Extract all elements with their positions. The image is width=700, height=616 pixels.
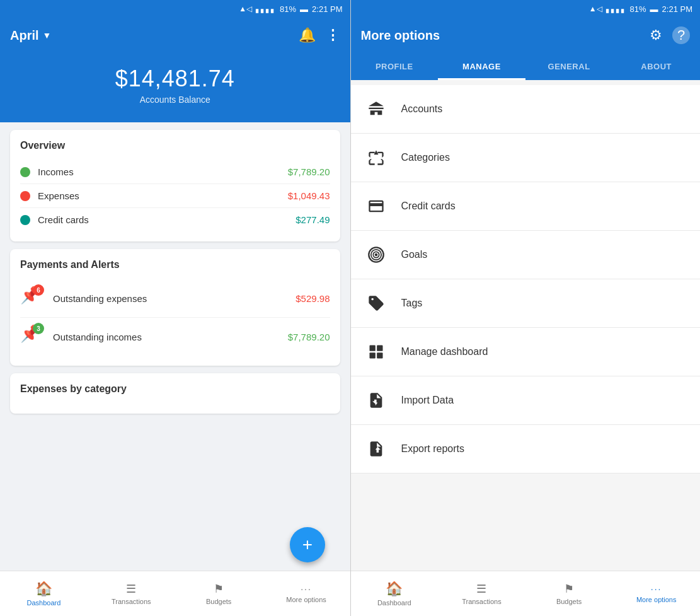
bank-icon — [364, 96, 389, 122]
menu-item-manage-dashboard[interactable]: Manage dashboard — [351, 328, 701, 376]
home-icon-right: 🏠 — [386, 581, 403, 597]
nav-budgets-label-left: Budgets — [206, 598, 231, 605]
incomes-dot — [20, 167, 30, 177]
expenses-category-title: Expenses by category — [20, 383, 330, 395]
outstanding-incomes-label: Outstanding incomes — [53, 332, 288, 342]
gear-icon[interactable]: ⚙ — [650, 27, 662, 44]
nav-dashboard-label-right: Dashboard — [377, 599, 411, 607]
overview-title: Overview — [20, 140, 330, 151]
credit-cards-label: Credit cards — [401, 200, 456, 212]
nav-budgets-right[interactable]: ⚑ Budgets — [525, 571, 613, 616]
menu-item-credit-cards[interactable]: Credit cards — [351, 182, 701, 231]
fab-icon: + — [302, 535, 313, 555]
menu-item-accounts[interactable]: Accounts — [351, 85, 701, 134]
top-bar-right: More options ⚙ ? — [351, 18, 701, 53]
wifi-icon-left: ▲◁ — [239, 4, 252, 13]
svg-point-4 — [374, 253, 377, 257]
time-left: 2:21 PM — [312, 4, 342, 14]
categories-icon — [364, 145, 389, 170]
menu-list: Accounts Categories Credit cards — [351, 80, 701, 571]
credit-dot — [20, 215, 30, 225]
status-bar-left: ▲◁ ▖▖▖▖ 81% ▬ 2:21 PM — [0, 0, 350, 18]
outstanding-incomes-value: $7,789.20 — [288, 332, 330, 342]
month-selector[interactable]: April ▼ — [10, 28, 299, 43]
signal-icon-right: ▖▖▖▖ — [606, 5, 626, 13]
credit-label: Credit cards — [38, 214, 295, 225]
battery-icon-left: ▬ — [300, 4, 308, 14]
manage-dashboard-label: Manage dashboard — [401, 346, 488, 357]
tab-general[interactable]: GENERAL — [525, 53, 613, 80]
goals-label: Goals — [401, 249, 428, 260]
left-panel: ▲◁ ▖▖▖▖ 81% ▬ 2:21 PM April ▼ 🔔 ⋮ $14,48… — [0, 0, 350, 616]
month-label: April — [10, 28, 39, 43]
menu-item-export[interactable]: Export reports — [351, 425, 701, 474]
right-panel: ▲◁ ▖▖▖▖ 81% ▬ 2:21 PM More options ⚙ ? P… — [351, 0, 701, 616]
right-top-icons: ⚙ ? — [650, 26, 690, 44]
outstanding-expenses-value: $529.98 — [295, 293, 330, 304]
nav-transactions-label-right: Transactions — [462, 598, 502, 605]
menu-item-import[interactable]: Import Data — [351, 376, 701, 425]
bell-icon[interactable]: 🔔 — [299, 27, 316, 44]
nav-dashboard-label-left: Dashboard — [27, 599, 61, 607]
categories-label: Categories — [401, 152, 450, 163]
more-icon-right: ··· — [651, 584, 662, 594]
price-tag-icon — [364, 291, 389, 316]
tab-profile[interactable]: PROFILE — [351, 53, 439, 80]
outstanding-expenses-label: Outstanding expenses — [53, 293, 295, 304]
more-vertical-icon[interactable]: ⋮ — [326, 27, 340, 44]
outstanding-incomes-row[interactable]: 📌 3 Outstanding incomes $7,789.20 — [20, 318, 330, 356]
wifi-icon-right: ▲◁ — [589, 4, 602, 13]
svg-rect-7 — [369, 352, 375, 358]
svg-rect-8 — [377, 352, 382, 358]
goals-icon — [364, 242, 389, 267]
nav-budgets-left[interactable]: ⚑ Budgets — [175, 571, 263, 616]
menu-item-goals[interactable]: Goals — [351, 231, 701, 279]
outstanding-expenses-row[interactable]: 📌 6 Outstanding expenses $529.98 — [20, 279, 330, 318]
tab-manage[interactable]: MANAGE — [438, 53, 525, 80]
expenses-label: Expenses — [38, 190, 288, 201]
nav-dashboard-right[interactable]: 🏠 Dashboard — [351, 571, 439, 616]
overview-row-expenses[interactable]: Expenses $1,049.43 — [20, 184, 330, 208]
nav-transactions-right[interactable]: ☰ Transactions — [438, 571, 525, 616]
tab-about[interactable]: ABOUT — [612, 53, 700, 80]
menu-item-categories[interactable]: Categories — [351, 134, 701, 182]
balance-section: $14,481.74 Accounts Balance — [0, 53, 350, 122]
nav-transactions-left[interactable]: ☰ Transactions — [88, 571, 175, 616]
battery-icon-right: ▬ — [650, 4, 658, 14]
bottom-nav-right: 🏠 Dashboard ☰ Transactions ⚑ Budgets ···… — [351, 571, 701, 616]
menu-item-tags[interactable]: Tags — [351, 279, 701, 328]
payments-card: Payments and Alerts 📌 6 Outstanding expe… — [10, 249, 340, 366]
more-icon-left: ··· — [301, 584, 312, 594]
nav-more-left[interactable]: ··· More options — [263, 571, 350, 616]
pin-incomes-icon: 📌 3 — [20, 324, 45, 349]
accounts-label: Accounts — [401, 103, 443, 115]
import-label: Import Data — [401, 395, 454, 406]
battery-left: 81% — [280, 4, 296, 14]
payments-title: Payments and Alerts — [20, 259, 330, 270]
overview-row-incomes[interactable]: Incomes $7,789.20 — [20, 160, 330, 184]
pin-expenses-icon: 📌 6 — [20, 286, 45, 311]
transactions-icon-left: ☰ — [126, 582, 136, 596]
chevron-down-icon: ▼ — [43, 30, 52, 40]
credit-value: $277.49 — [295, 214, 330, 225]
nav-transactions-label-left: Transactions — [112, 598, 151, 605]
fab-button[interactable]: + — [290, 527, 325, 562]
budgets-icon-right: ⚑ — [564, 582, 574, 596]
export-icon — [364, 436, 389, 462]
balance-amount: $14,481.74 — [10, 66, 340, 92]
nav-more-right[interactable]: ··· More options — [612, 571, 700, 616]
tags-label: Tags — [401, 298, 423, 309]
overview-row-credit[interactable]: Credit cards $277.49 — [20, 208, 330, 231]
help-icon[interactable]: ? — [672, 26, 690, 44]
svg-rect-5 — [369, 346, 375, 351]
tabs-bar: PROFILE MANAGE GENERAL ABOUT — [351, 53, 701, 80]
time-right: 2:21 PM — [662, 4, 692, 14]
nav-dashboard-left[interactable]: 🏠 Dashboard — [0, 571, 88, 616]
nav-more-label-right: More options — [636, 596, 677, 603]
nav-budgets-label-right: Budgets — [556, 598, 582, 605]
expenses-by-category-card: Expenses by category — [10, 373, 340, 414]
incomes-label: Incomes — [38, 166, 288, 177]
page-title-right: More options — [361, 28, 650, 43]
import-icon — [364, 388, 389, 413]
top-bar-left: April ▼ 🔔 ⋮ — [0, 18, 350, 53]
